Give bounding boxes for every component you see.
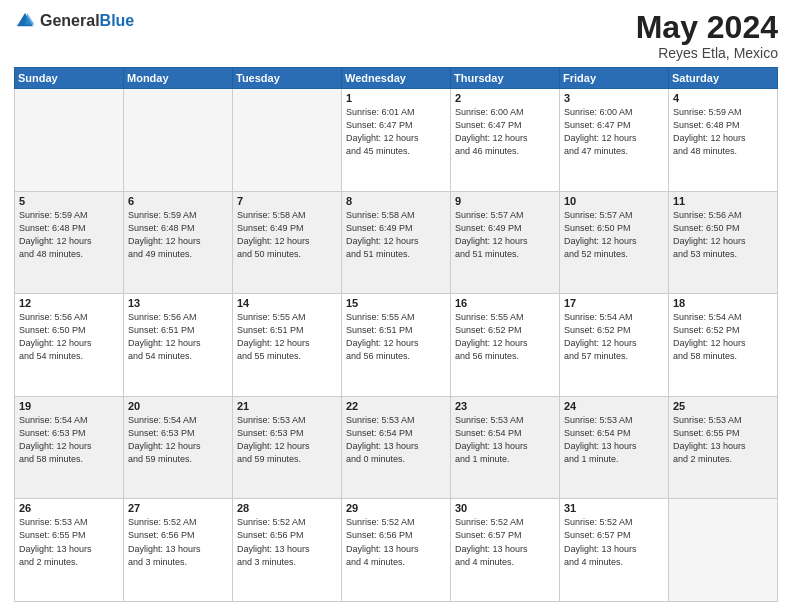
day-number: 24: [564, 400, 664, 412]
logo: GeneralBlue: [14, 10, 134, 32]
day-info: Sunrise: 5:55 AM Sunset: 6:51 PM Dayligh…: [237, 311, 337, 363]
calendar-week-row: 19Sunrise: 5:54 AM Sunset: 6:53 PM Dayli…: [15, 396, 778, 499]
calendar-cell: 26Sunrise: 5:53 AM Sunset: 6:55 PM Dayli…: [15, 499, 124, 602]
calendar-cell: 1Sunrise: 6:01 AM Sunset: 6:47 PM Daylig…: [342, 89, 451, 192]
day-info: Sunrise: 5:53 AM Sunset: 6:54 PM Dayligh…: [346, 414, 446, 466]
day-info: Sunrise: 5:52 AM Sunset: 6:57 PM Dayligh…: [564, 516, 664, 568]
day-number: 1: [346, 92, 446, 104]
day-number: 5: [19, 195, 119, 207]
day-number: 23: [455, 400, 555, 412]
day-number: 22: [346, 400, 446, 412]
title-location: Reyes Etla, Mexico: [636, 45, 778, 61]
day-info: Sunrise: 5:53 AM Sunset: 6:53 PM Dayligh…: [237, 414, 337, 466]
calendar-header-row: SundayMondayTuesdayWednesdayThursdayFrid…: [15, 68, 778, 89]
calendar-cell: 17Sunrise: 5:54 AM Sunset: 6:52 PM Dayli…: [560, 294, 669, 397]
svg-marker-1: [25, 13, 35, 25]
day-info: Sunrise: 5:59 AM Sunset: 6:48 PM Dayligh…: [128, 209, 228, 261]
calendar-cell: 28Sunrise: 5:52 AM Sunset: 6:56 PM Dayli…: [233, 499, 342, 602]
calendar-table: SundayMondayTuesdayWednesdayThursdayFrid…: [14, 67, 778, 602]
day-info: Sunrise: 5:54 AM Sunset: 6:52 PM Dayligh…: [564, 311, 664, 363]
calendar-cell: 29Sunrise: 5:52 AM Sunset: 6:56 PM Dayli…: [342, 499, 451, 602]
day-info: Sunrise: 5:56 AM Sunset: 6:51 PM Dayligh…: [128, 311, 228, 363]
calendar-cell: 30Sunrise: 5:52 AM Sunset: 6:57 PM Dayli…: [451, 499, 560, 602]
day-info: Sunrise: 5:55 AM Sunset: 6:52 PM Dayligh…: [455, 311, 555, 363]
day-number: 26: [19, 502, 119, 514]
calendar-cell: 25Sunrise: 5:53 AM Sunset: 6:55 PM Dayli…: [669, 396, 778, 499]
calendar-cell: 15Sunrise: 5:55 AM Sunset: 6:51 PM Dayli…: [342, 294, 451, 397]
calendar-cell: 7Sunrise: 5:58 AM Sunset: 6:49 PM Daylig…: [233, 191, 342, 294]
day-number: 9: [455, 195, 555, 207]
day-number: 11: [673, 195, 773, 207]
calendar-cell: [124, 89, 233, 192]
calendar-header-thursday: Thursday: [451, 68, 560, 89]
day-info: Sunrise: 5:59 AM Sunset: 6:48 PM Dayligh…: [673, 106, 773, 158]
day-number: 31: [564, 502, 664, 514]
day-number: 12: [19, 297, 119, 309]
day-info: Sunrise: 5:52 AM Sunset: 6:56 PM Dayligh…: [128, 516, 228, 568]
calendar-cell: 10Sunrise: 5:57 AM Sunset: 6:50 PM Dayli…: [560, 191, 669, 294]
calendar-cell: 11Sunrise: 5:56 AM Sunset: 6:50 PM Dayli…: [669, 191, 778, 294]
day-number: 28: [237, 502, 337, 514]
day-number: 21: [237, 400, 337, 412]
day-number: 30: [455, 502, 555, 514]
day-number: 14: [237, 297, 337, 309]
calendar-cell: 8Sunrise: 5:58 AM Sunset: 6:49 PM Daylig…: [342, 191, 451, 294]
day-number: 16: [455, 297, 555, 309]
calendar-header-friday: Friday: [560, 68, 669, 89]
calendar-cell: 5Sunrise: 5:59 AM Sunset: 6:48 PM Daylig…: [15, 191, 124, 294]
day-info: Sunrise: 5:56 AM Sunset: 6:50 PM Dayligh…: [673, 209, 773, 261]
calendar-cell: 3Sunrise: 6:00 AM Sunset: 6:47 PM Daylig…: [560, 89, 669, 192]
day-number: 3: [564, 92, 664, 104]
day-info: Sunrise: 5:57 AM Sunset: 6:50 PM Dayligh…: [564, 209, 664, 261]
day-number: 15: [346, 297, 446, 309]
day-number: 17: [564, 297, 664, 309]
day-info: Sunrise: 5:52 AM Sunset: 6:57 PM Dayligh…: [455, 516, 555, 568]
logo-text-general: General: [40, 12, 100, 29]
day-info: Sunrise: 5:54 AM Sunset: 6:53 PM Dayligh…: [19, 414, 119, 466]
logo-icon: [14, 10, 36, 32]
day-number: 4: [673, 92, 773, 104]
calendar-week-row: 26Sunrise: 5:53 AM Sunset: 6:55 PM Dayli…: [15, 499, 778, 602]
day-info: Sunrise: 5:53 AM Sunset: 6:55 PM Dayligh…: [673, 414, 773, 466]
calendar-cell: [15, 89, 124, 192]
calendar-cell: 2Sunrise: 6:00 AM Sunset: 6:47 PM Daylig…: [451, 89, 560, 192]
day-number: 10: [564, 195, 664, 207]
day-number: 25: [673, 400, 773, 412]
day-number: 6: [128, 195, 228, 207]
calendar-header-monday: Monday: [124, 68, 233, 89]
day-info: Sunrise: 6:00 AM Sunset: 6:47 PM Dayligh…: [564, 106, 664, 158]
day-info: Sunrise: 5:58 AM Sunset: 6:49 PM Dayligh…: [346, 209, 446, 261]
calendar-cell: 6Sunrise: 5:59 AM Sunset: 6:48 PM Daylig…: [124, 191, 233, 294]
page: GeneralBlue May 2024 Reyes Etla, Mexico …: [0, 0, 792, 612]
calendar-cell: [233, 89, 342, 192]
day-info: Sunrise: 5:53 AM Sunset: 6:54 PM Dayligh…: [564, 414, 664, 466]
day-info: Sunrise: 5:55 AM Sunset: 6:51 PM Dayligh…: [346, 311, 446, 363]
calendar-cell: 14Sunrise: 5:55 AM Sunset: 6:51 PM Dayli…: [233, 294, 342, 397]
title-month: May 2024: [636, 10, 778, 45]
day-info: Sunrise: 5:53 AM Sunset: 6:54 PM Dayligh…: [455, 414, 555, 466]
calendar-cell: 16Sunrise: 5:55 AM Sunset: 6:52 PM Dayli…: [451, 294, 560, 397]
calendar-cell: 20Sunrise: 5:54 AM Sunset: 6:53 PM Dayli…: [124, 396, 233, 499]
calendar-cell: 9Sunrise: 5:57 AM Sunset: 6:49 PM Daylig…: [451, 191, 560, 294]
title-block: May 2024 Reyes Etla, Mexico: [636, 10, 778, 61]
day-info: Sunrise: 6:01 AM Sunset: 6:47 PM Dayligh…: [346, 106, 446, 158]
calendar-cell: 19Sunrise: 5:54 AM Sunset: 6:53 PM Dayli…: [15, 396, 124, 499]
day-info: Sunrise: 5:59 AM Sunset: 6:48 PM Dayligh…: [19, 209, 119, 261]
day-number: 7: [237, 195, 337, 207]
day-number: 8: [346, 195, 446, 207]
calendar-week-row: 5Sunrise: 5:59 AM Sunset: 6:48 PM Daylig…: [15, 191, 778, 294]
calendar-cell: 22Sunrise: 5:53 AM Sunset: 6:54 PM Dayli…: [342, 396, 451, 499]
day-info: Sunrise: 6:00 AM Sunset: 6:47 PM Dayligh…: [455, 106, 555, 158]
logo-text-blue: Blue: [100, 12, 135, 29]
day-info: Sunrise: 5:54 AM Sunset: 6:52 PM Dayligh…: [673, 311, 773, 363]
calendar-cell: 31Sunrise: 5:52 AM Sunset: 6:57 PM Dayli…: [560, 499, 669, 602]
day-number: 19: [19, 400, 119, 412]
day-info: Sunrise: 5:52 AM Sunset: 6:56 PM Dayligh…: [346, 516, 446, 568]
calendar-header-sunday: Sunday: [15, 68, 124, 89]
day-info: Sunrise: 5:58 AM Sunset: 6:49 PM Dayligh…: [237, 209, 337, 261]
calendar-cell: 4Sunrise: 5:59 AM Sunset: 6:48 PM Daylig…: [669, 89, 778, 192]
calendar-cell: 27Sunrise: 5:52 AM Sunset: 6:56 PM Dayli…: [124, 499, 233, 602]
calendar-header-tuesday: Tuesday: [233, 68, 342, 89]
calendar-header-saturday: Saturday: [669, 68, 778, 89]
day-number: 2: [455, 92, 555, 104]
